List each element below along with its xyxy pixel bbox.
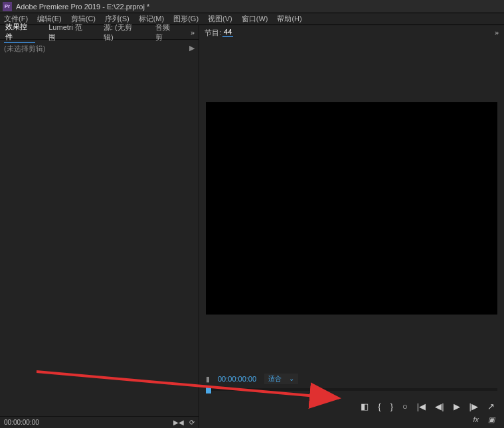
next-frame-button[interactable]: |▶ — [469, 401, 478, 411]
comparison-view-icon[interactable]: ▣ — [488, 415, 495, 424]
in-point-button[interactable]: { — [378, 401, 380, 411]
effect-controls-panel: 效果控件 Lumetri 范围 源: (无剪辑) 音频剪 » (未选择剪辑) ▶… — [0, 25, 199, 428]
playhead-icon[interactable]: ▶ — [189, 44, 195, 52]
marker-button[interactable]: ◧ — [361, 401, 369, 411]
video-output — [206, 102, 497, 315]
step-back-button[interactable]: |◀ — [417, 401, 426, 411]
program-tab-sequence[interactable]: 44 — [222, 28, 233, 37]
play-button[interactable]: ▶ — [454, 401, 460, 411]
window-title: Adobe Premiere Pro 2019 - E:\22.prproj * — [16, 3, 149, 11]
tab-audio-clip[interactable]: 音频剪 — [154, 23, 178, 42]
effects-toggle-icon[interactable]: ▶◀ — [173, 419, 184, 426]
tab-lumetri-scopes[interactable]: Lumetri 范围 — [47, 23, 90, 42]
prev-frame-button[interactable]: ◀| — [435, 401, 444, 411]
menu-view[interactable]: 视图(V) — [208, 14, 232, 24]
menu-help[interactable]: 帮助(H) — [277, 14, 301, 24]
menu-window[interactable]: 窗口(W) — [242, 14, 268, 24]
export-frame-button[interactable]: ↗ — [487, 401, 495, 411]
program-video-area[interactable] — [199, 40, 504, 370]
effects-timecode: 00:00:00:00 — [4, 419, 39, 426]
program-playhead[interactable] — [206, 386, 211, 393]
out-point-button[interactable]: } — [390, 401, 393, 411]
transport-controls: ◧ { } ○ |◀ ◀| ▶ |▶ ↗ — [199, 395, 504, 415]
zoom-fit-dropdown[interactable]: 适合 ⌄ — [264, 374, 298, 384]
program-scrubber[interactable] — [206, 388, 497, 391]
effects-wrench-icon[interactable]: ⟳ — [189, 419, 195, 426]
panel-menu-icon[interactable]: » — [191, 29, 195, 36]
program-tab-prefix: 节目: — [205, 28, 221, 38]
program-timecode-left[interactable]: 00:00:00:00 — [218, 375, 256, 383]
app-icon: Pr — [3, 2, 12, 11]
tab-source[interactable]: 源: (无剪辑) — [102, 23, 142, 42]
window-titlebar: Pr Adobe Premiere Pro 2019 - E:\22.prpro… — [0, 0, 504, 13]
go-to-in-button[interactable]: ○ — [402, 401, 408, 411]
program-monitor: 节目: 44 » ▮ 00:00:00:00 适合 ⌄ ◧ { — [199, 25, 504, 428]
no-clip-selected-text: (未选择剪辑) — [4, 44, 45, 52]
fx-badge[interactable]: fx — [473, 415, 479, 424]
program-panel-menu-icon[interactable]: » — [495, 29, 499, 36]
